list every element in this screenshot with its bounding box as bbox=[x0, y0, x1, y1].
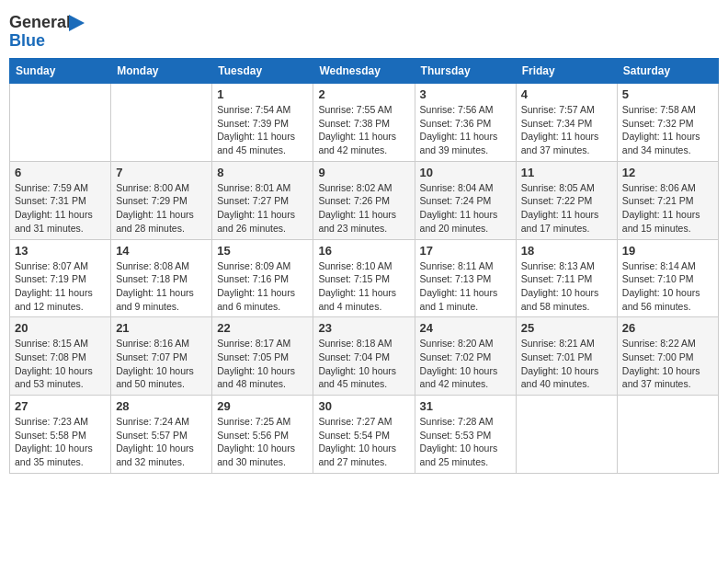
svg-text:Blue: Blue bbox=[9, 31, 45, 50]
day-info: Sunrise: 8:00 AM Sunset: 7:29 PM Dayligh… bbox=[116, 181, 207, 236]
day-info: Sunrise: 7:24 AM Sunset: 5:57 PM Dayligh… bbox=[116, 415, 207, 469]
day-number: 29 bbox=[217, 399, 308, 413]
calendar-cell: 5Sunrise: 7:58 AM Sunset: 7:32 PM Daylig… bbox=[617, 84, 718, 162]
day-number: 30 bbox=[318, 399, 409, 413]
calendar-cell: 18Sunrise: 8:13 AM Sunset: 7:11 PM Dayli… bbox=[516, 239, 617, 317]
day-info: Sunrise: 7:54 AM Sunset: 7:39 PM Dayligh… bbox=[217, 103, 308, 157]
calendar-cell: 25Sunrise: 8:21 AM Sunset: 7:01 PM Dayli… bbox=[516, 317, 617, 396]
day-number: 25 bbox=[521, 321, 612, 335]
day-info: Sunrise: 8:16 AM Sunset: 7:07 PM Dayligh… bbox=[116, 337, 207, 391]
day-number: 17 bbox=[420, 244, 511, 258]
calendar-body: 1Sunrise: 7:54 AM Sunset: 7:39 PM Daylig… bbox=[10, 84, 719, 474]
day-number: 27 bbox=[15, 399, 106, 413]
calendar-cell bbox=[516, 396, 617, 474]
calendar-cell: 9Sunrise: 8:02 AM Sunset: 7:26 PM Daylig… bbox=[313, 161, 415, 239]
day-number: 9 bbox=[318, 166, 409, 179]
day-info: Sunrise: 7:28 AM Sunset: 5:53 PM Dayligh… bbox=[420, 415, 511, 469]
calendar-header: SundayMondayTuesdayWednesdayThursdayFrid… bbox=[10, 59, 719, 84]
day-info: Sunrise: 8:07 AM Sunset: 7:19 PM Dayligh… bbox=[15, 259, 106, 314]
day-info: Sunrise: 7:58 AM Sunset: 7:32 PM Dayligh… bbox=[622, 103, 713, 157]
day-info: Sunrise: 8:11 AM Sunset: 7:13 PM Dayligh… bbox=[420, 259, 511, 314]
day-number: 12 bbox=[622, 166, 713, 179]
weekday-header-monday: Monday bbox=[111, 59, 212, 84]
calendar-cell: 26Sunrise: 8:22 AM Sunset: 7:00 PM Dayli… bbox=[617, 317, 718, 396]
day-number: 16 bbox=[318, 244, 409, 258]
day-info: Sunrise: 8:17 AM Sunset: 7:05 PM Dayligh… bbox=[217, 337, 308, 391]
calendar-cell: 7Sunrise: 8:00 AM Sunset: 7:29 PM Daylig… bbox=[111, 161, 212, 239]
calendar-cell bbox=[10, 84, 111, 162]
day-info: Sunrise: 7:59 AM Sunset: 7:31 PM Dayligh… bbox=[15, 181, 106, 236]
day-info: Sunrise: 8:18 AM Sunset: 7:04 PM Dayligh… bbox=[318, 337, 409, 391]
weekday-header-saturday: Saturday bbox=[617, 59, 718, 84]
calendar-cell: 10Sunrise: 8:04 AM Sunset: 7:24 PM Dayli… bbox=[415, 161, 516, 239]
calendar-cell: 16Sunrise: 8:10 AM Sunset: 7:15 PM Dayli… bbox=[313, 239, 415, 317]
day-info: Sunrise: 8:20 AM Sunset: 7:02 PM Dayligh… bbox=[420, 337, 511, 391]
calendar-cell: 30Sunrise: 7:27 AM Sunset: 5:54 PM Dayli… bbox=[313, 396, 415, 474]
calendar-table: SundayMondayTuesdayWednesdayThursdayFrid… bbox=[9, 58, 719, 474]
logo: GeneralBlue bbox=[9, 9, 92, 51]
day-number: 15 bbox=[217, 244, 308, 258]
calendar-cell: 15Sunrise: 8:09 AM Sunset: 7:16 PM Dayli… bbox=[212, 239, 313, 317]
calendar-cell: 6Sunrise: 7:59 AM Sunset: 7:31 PM Daylig… bbox=[10, 161, 111, 239]
calendar-cell: 24Sunrise: 8:20 AM Sunset: 7:02 PM Dayli… bbox=[415, 317, 516, 396]
calendar-cell: 13Sunrise: 8:07 AM Sunset: 7:19 PM Dayli… bbox=[10, 239, 111, 317]
day-number: 13 bbox=[15, 244, 106, 258]
svg-text:General: General bbox=[9, 13, 71, 31]
day-number: 3 bbox=[420, 87, 511, 101]
calendar-cell: 14Sunrise: 8:08 AM Sunset: 7:18 PM Dayli… bbox=[111, 239, 212, 317]
day-number: 31 bbox=[420, 399, 511, 413]
day-info: Sunrise: 8:08 AM Sunset: 7:18 PM Dayligh… bbox=[116, 259, 207, 314]
day-number: 10 bbox=[420, 166, 511, 179]
day-number: 8 bbox=[217, 166, 308, 179]
calendar-cell: 1Sunrise: 7:54 AM Sunset: 7:39 PM Daylig… bbox=[212, 84, 313, 162]
weekday-header-row: SundayMondayTuesdayWednesdayThursdayFrid… bbox=[10, 59, 719, 84]
day-info: Sunrise: 7:23 AM Sunset: 5:58 PM Dayligh… bbox=[15, 415, 106, 469]
calendar-cell: 27Sunrise: 7:23 AM Sunset: 5:58 PM Dayli… bbox=[10, 396, 111, 474]
week-row-5: 27Sunrise: 7:23 AM Sunset: 5:58 PM Dayli… bbox=[10, 396, 719, 474]
weekday-header-wednesday: Wednesday bbox=[313, 59, 415, 84]
calendar-cell: 2Sunrise: 7:55 AM Sunset: 7:38 PM Daylig… bbox=[313, 84, 415, 162]
calendar-cell: 20Sunrise: 8:15 AM Sunset: 7:08 PM Dayli… bbox=[10, 317, 111, 396]
day-info: Sunrise: 7:55 AM Sunset: 7:38 PM Dayligh… bbox=[318, 103, 409, 157]
week-row-3: 13Sunrise: 8:07 AM Sunset: 7:19 PM Dayli… bbox=[10, 239, 719, 317]
day-number: 22 bbox=[217, 321, 308, 335]
day-number: 23 bbox=[318, 321, 409, 335]
week-row-1: 1Sunrise: 7:54 AM Sunset: 7:39 PM Daylig… bbox=[10, 84, 719, 162]
calendar-cell: 28Sunrise: 7:24 AM Sunset: 5:57 PM Dayli… bbox=[111, 396, 212, 474]
day-number: 6 bbox=[15, 166, 106, 179]
calendar-cell: 11Sunrise: 8:05 AM Sunset: 7:22 PM Dayli… bbox=[516, 161, 617, 239]
day-info: Sunrise: 8:04 AM Sunset: 7:24 PM Dayligh… bbox=[420, 181, 511, 236]
calendar-cell: 3Sunrise: 7:56 AM Sunset: 7:36 PM Daylig… bbox=[415, 84, 516, 162]
day-info: Sunrise: 8:06 AM Sunset: 7:21 PM Dayligh… bbox=[622, 181, 713, 236]
day-info: Sunrise: 8:13 AM Sunset: 7:11 PM Dayligh… bbox=[521, 259, 612, 314]
day-info: Sunrise: 7:56 AM Sunset: 7:36 PM Dayligh… bbox=[420, 103, 511, 157]
day-info: Sunrise: 7:25 AM Sunset: 5:56 PM Dayligh… bbox=[217, 415, 308, 469]
day-info: Sunrise: 7:57 AM Sunset: 7:34 PM Dayligh… bbox=[521, 103, 612, 157]
day-number: 14 bbox=[116, 244, 207, 258]
day-number: 21 bbox=[116, 321, 207, 335]
day-number: 4 bbox=[521, 87, 612, 101]
calendar-cell: 22Sunrise: 8:17 AM Sunset: 7:05 PM Dayli… bbox=[212, 317, 313, 396]
day-info: Sunrise: 8:01 AM Sunset: 7:27 PM Dayligh… bbox=[217, 181, 308, 236]
day-info: Sunrise: 8:10 AM Sunset: 7:15 PM Dayligh… bbox=[318, 259, 409, 314]
day-info: Sunrise: 7:27 AM Sunset: 5:54 PM Dayligh… bbox=[318, 415, 409, 469]
day-number: 1 bbox=[217, 87, 308, 101]
calendar-cell: 31Sunrise: 7:28 AM Sunset: 5:53 PM Dayli… bbox=[415, 396, 516, 474]
day-number: 24 bbox=[420, 321, 511, 335]
day-number: 20 bbox=[15, 321, 106, 335]
day-number: 26 bbox=[622, 321, 713, 335]
week-row-4: 20Sunrise: 8:15 AM Sunset: 7:08 PM Dayli… bbox=[10, 317, 719, 396]
weekday-header-tuesday: Tuesday bbox=[212, 59, 313, 84]
day-info: Sunrise: 8:15 AM Sunset: 7:08 PM Dayligh… bbox=[15, 337, 106, 391]
day-number: 19 bbox=[622, 244, 713, 258]
calendar-cell: 23Sunrise: 8:18 AM Sunset: 7:04 PM Dayli… bbox=[313, 317, 415, 396]
day-info: Sunrise: 8:09 AM Sunset: 7:16 PM Dayligh… bbox=[217, 259, 308, 314]
day-number: 28 bbox=[116, 399, 207, 413]
calendar-cell: 21Sunrise: 8:16 AM Sunset: 7:07 PM Dayli… bbox=[111, 317, 212, 396]
weekday-header-thursday: Thursday bbox=[415, 59, 516, 84]
day-number: 7 bbox=[116, 166, 207, 179]
calendar-cell bbox=[111, 84, 212, 162]
calendar-cell: 19Sunrise: 8:14 AM Sunset: 7:10 PM Dayli… bbox=[617, 239, 718, 317]
day-number: 18 bbox=[521, 244, 612, 258]
page-header: GeneralBlue bbox=[9, 9, 719, 51]
